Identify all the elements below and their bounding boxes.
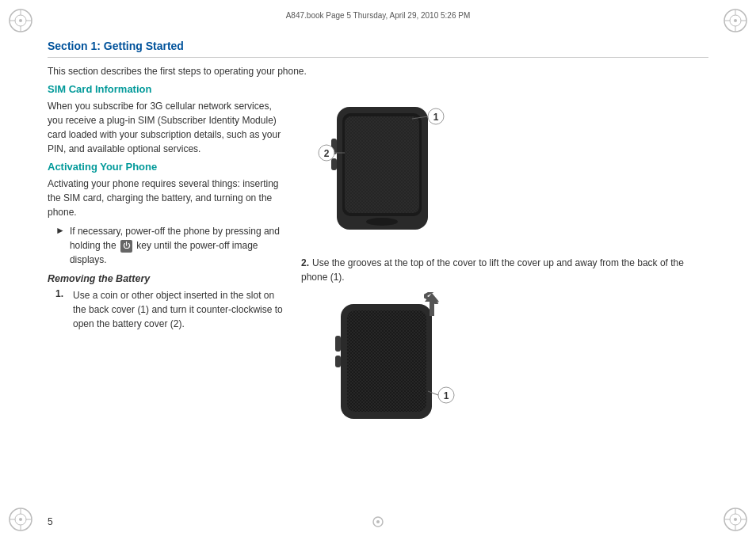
- svg-marker-52: [425, 293, 439, 302]
- corner-decoration-tr: [721, 6, 750, 35]
- header-bar: A847.book Page 5 Thursday, April 29, 201…: [48, 11, 708, 20]
- svg-text:1: 1: [433, 112, 439, 123]
- svg-point-36: [366, 218, 398, 226]
- corner-decoration-tl: [6, 6, 35, 35]
- two-column-layout: SIM Card Information When you subscribe …: [48, 83, 708, 419]
- step2-number: 2.: [301, 257, 309, 268]
- page: A847.book Page 5 Thursday, April 29, 201…: [0, 0, 756, 540]
- sim-body: When you subscribe for 3G cellular netwo…: [48, 99, 285, 156]
- svg-rect-35: [331, 158, 337, 170]
- left-column: SIM Card Information When you subscribe …: [48, 83, 285, 419]
- step1-number: 1.: [55, 288, 68, 331]
- activating-heading: Activating Your Phone: [48, 161, 285, 173]
- activating-body: Activating your phone requires several t…: [48, 177, 285, 219]
- right-column: 1 2 2.Use the grooves at the top of the …: [301, 83, 708, 419]
- section-title: Section 1: Getting Started: [48, 40, 708, 52]
- intro-text: This section describes the first steps t…: [48, 66, 708, 77]
- svg-text:1: 1: [444, 390, 449, 401]
- bullet-arrow-icon: ►: [55, 225, 65, 236]
- svg-point-23: [734, 518, 737, 521]
- section-divider: [48, 57, 708, 58]
- svg-rect-47: [347, 310, 426, 412]
- svg-rect-49: [335, 356, 341, 367]
- center-dot-decoration: [370, 514, 386, 532]
- removing-heading: Removing the Battery: [48, 273, 285, 284]
- corner-decoration-bl: [6, 505, 35, 534]
- page-number: 5: [48, 516, 53, 527]
- power-key-icon: ⏻: [120, 240, 132, 253]
- svg-point-2: [19, 19, 22, 22]
- svg-point-9: [734, 19, 737, 22]
- header-text: A847.book Page 5 Thursday, April 29, 201…: [286, 11, 471, 20]
- step1-text: Use a coin or other object inserted in t…: [73, 288, 285, 331]
- bullet-item: ► If necessary, power-off the phone by p…: [55, 224, 285, 267]
- step2-text: 2.Use the grooves at the top of the cove…: [301, 256, 708, 284]
- phone-image-bottom: 1: [317, 292, 460, 419]
- sim-heading: SIM Card Information: [48, 83, 285, 95]
- svg-point-16: [19, 518, 22, 521]
- step1-item: 1. Use a coin or other object inserted i…: [55, 288, 285, 331]
- corner-decoration-br: [721, 505, 750, 534]
- phone-image-top: 1 2: [309, 83, 468, 241]
- svg-rect-48: [335, 336, 341, 352]
- svg-rect-33: [345, 116, 419, 213]
- content-area: Section 1: Getting Started This section …: [48, 40, 708, 508]
- svg-point-57: [376, 520, 380, 523]
- svg-text:2: 2: [324, 148, 330, 159]
- bullet-text: If necessary, power-off the phone by pre…: [70, 224, 285, 267]
